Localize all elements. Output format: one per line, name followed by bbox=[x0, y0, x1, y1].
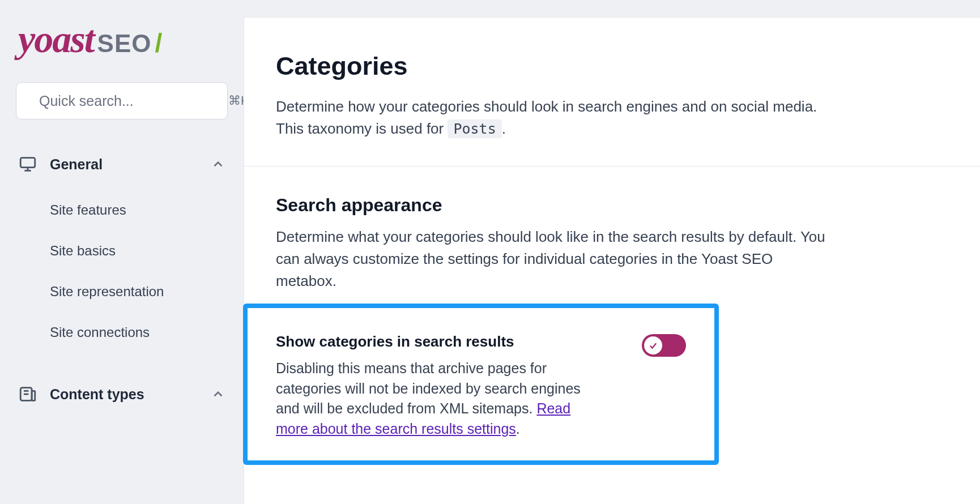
check-icon bbox=[648, 340, 658, 351]
svg-rect-2 bbox=[20, 158, 35, 168]
nav-group-header-general[interactable]: General bbox=[16, 147, 228, 182]
setting-desc-post: . bbox=[516, 421, 520, 437]
search-input-wrap[interactable]: ⌘K bbox=[16, 82, 228, 119]
setting-desc-pre: Disabling this means that archive pages … bbox=[276, 360, 581, 416]
nav-group-general: General Site features Site basics Site r… bbox=[16, 147, 228, 353]
setting-description: Disabling this means that archive pages … bbox=[276, 358, 593, 439]
brand-name: yoast bbox=[18, 17, 94, 62]
taxonomy-chip: Posts bbox=[448, 119, 501, 138]
brand-slash: / bbox=[155, 28, 162, 58]
toggle-show-categories[interactable] bbox=[642, 334, 686, 357]
setting-title: Show categories in search results bbox=[276, 333, 619, 351]
page-title: Categories bbox=[276, 52, 948, 81]
svg-rect-6 bbox=[32, 391, 35, 400]
setting-text: Show categories in search results Disabl… bbox=[276, 333, 619, 439]
monitor-icon bbox=[18, 155, 37, 174]
sidebar-item-site-representation[interactable]: Site representation bbox=[50, 271, 228, 312]
sidebar-item-site-basics[interactable]: Site basics bbox=[50, 230, 228, 271]
newspaper-icon bbox=[18, 385, 37, 404]
page-desc-post: . bbox=[502, 120, 506, 137]
sidebar-item-site-connections[interactable]: Site connections bbox=[50, 312, 228, 353]
nav-group-header-content-types[interactable]: Content types bbox=[16, 377, 228, 412]
search-input[interactable] bbox=[39, 93, 218, 109]
main-content: Categories Determine how your categories… bbox=[244, 17, 980, 504]
sidebar: yoast SEO / ⌘K General Site features Sit… bbox=[0, 0, 244, 504]
section-divider bbox=[244, 166, 980, 166]
chevron-up-icon bbox=[211, 387, 225, 402]
setting-show-categories: Show categories in search results Disabl… bbox=[243, 304, 719, 465]
nav-group-label: General bbox=[50, 156, 198, 173]
brand-logo: yoast SEO / bbox=[18, 17, 228, 62]
nav-group-content-types: Content types bbox=[16, 377, 228, 412]
nav-group-label: Content types bbox=[50, 386, 198, 403]
section-description: Determine what your categories should lo… bbox=[276, 226, 837, 292]
toggle-knob bbox=[644, 336, 662, 354]
chevron-up-icon bbox=[211, 157, 225, 172]
page-description: Determine how your categories should loo… bbox=[276, 96, 831, 140]
nav-sub-general: Site features Site basics Site represent… bbox=[16, 190, 228, 353]
section-title: Search appearance bbox=[276, 195, 948, 216]
sidebar-item-site-features[interactable]: Site features bbox=[50, 190, 228, 230]
brand-suffix: SEO bbox=[97, 29, 152, 58]
page-desc-pre: Determine how your categories should loo… bbox=[276, 98, 817, 137]
